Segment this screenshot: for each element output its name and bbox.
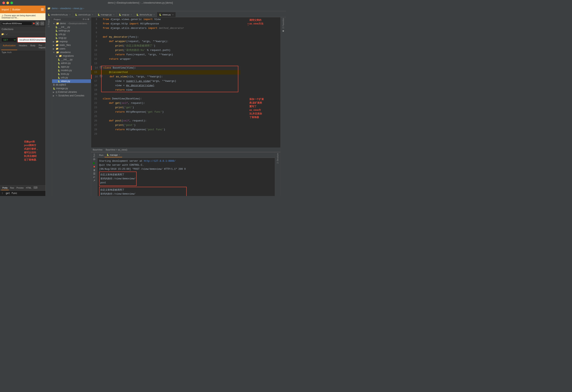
tree-reqresp[interactable]: ▶ 📁 reqresp	[52, 40, 91, 43]
tree-db[interactable]: 🗄 db.sqlite3	[52, 83, 91, 87]
method-select[interactable]: GET POST PUT DELETE	[1, 38, 17, 42]
code-line-21: 21 class DemoView(BaseView):	[91, 97, 240, 101]
run-output[interactable]: Starting development server at http://12…	[97, 158, 275, 196]
code-line-8: 8 def wrapper(request, *args, **kwargs):	[91, 39, 240, 44]
code-line-22: 22 def get(self, request):	[91, 101, 240, 105]
run-stop-icon[interactable]: ■	[93, 165, 95, 168]
tree-tests[interactable]: 🐍 tests.py	[52, 72, 91, 76]
body-tab-raw[interactable]: Raw	[9, 186, 15, 190]
request-body-area: Type Auth	[0, 50, 46, 185]
py-icon6: 🐍	[159, 14, 161, 16]
run-list-icon[interactable]: ☰	[93, 172, 95, 175]
window-controls[interactable]	[2, 2, 13, 4]
output-line-post-request: [06/Aug/2018 15:25:09] "POST /view/demov…	[99, 167, 273, 171]
tree-admin[interactable]: 🐍 admin.py	[52, 61, 91, 65]
run-play-icon[interactable]: ▶	[93, 161, 95, 164]
structure-panel: 2: Structure	[275, 152, 280, 196]
tab-manage[interactable]: 🐍 manage.py ✕	[95, 12, 117, 17]
tree-init[interactable]: 🐍 __init__.py	[52, 25, 91, 29]
tree-manage[interactable]: 🐍 manage.py	[52, 87, 91, 90]
tree-static[interactable]: ▶ 📁 static_files	[52, 43, 91, 47]
tree-users[interactable]: ▶ 📁 users	[52, 47, 91, 50]
tab-demo-urls[interactable]: 🐍 demo/urls.py ✕	[134, 12, 157, 17]
tab-close-icon6[interactable]: ✕	[172, 14, 174, 16]
code-line-16: 16 ⚫ def as_view(cls, *args, **kwargs):	[91, 75, 240, 79]
tab-close-icon[interactable]: ✕	[69, 14, 71, 16]
output-line-post: post	[100, 181, 135, 185]
tab-pre-request[interactable]: Pre-request	[37, 43, 47, 50]
tab-views-py[interactable]: 🐍 views.py ✕	[157, 12, 176, 17]
settings-icon[interactable]: ⚙	[87, 18, 89, 21]
tab-body[interactable]: Body	[29, 43, 37, 50]
tree-viewdemo[interactable]: ▼ 📁 viewdemo	[52, 50, 91, 54]
collapse-icon[interactable]: ≡	[85, 18, 87, 21]
run-arrow-icon[interactable]: ↗	[93, 179, 95, 182]
py-icon4: 🐍	[119, 14, 121, 16]
tree-root[interactable]: ▼ 📁 demo ~/Desktop/code/demo	[52, 22, 91, 25]
run-rerun-icon[interactable]: ⟳	[93, 158, 95, 161]
code-editor[interactable]: 3 from django.views.generic import View …	[91, 17, 280, 136]
more-options-button[interactable]: ···	[40, 21, 44, 25]
tab-headers[interactable]: Headers	[17, 43, 29, 50]
tab-close-icon5[interactable]: ✕	[153, 14, 155, 16]
new-folder-icon[interactable]: 📁+	[1, 33, 5, 35]
window-title: demo [~/Desktop/code/demo] - .../viewdem…	[13, 1, 268, 4]
code-line-29: 29	[91, 132, 240, 136]
body-tab-preview[interactable]: Preview	[15, 186, 25, 190]
tree-wsgi[interactable]: 🐍 wsgi.py	[52, 36, 91, 40]
tab-authorization[interactable]: Authorization	[1, 43, 17, 50]
tab-close-icon3[interactable]: ✕	[113, 14, 114, 16]
postman-warning: ⚠ Chrome apps are being deprecated. Down…	[0, 13, 46, 20]
url-input[interactable]	[1, 21, 32, 25]
folder-icon: 📁	[47, 7, 50, 10]
tree-urls[interactable]: 🐍 urls.py	[52, 33, 91, 36]
tree-scratches[interactable]: ▶ ✎ Scratches and Consoles	[52, 94, 91, 98]
code-line-3: 3 from django.views.generic import View	[91, 17, 240, 22]
code-line-27: 27 print('post')	[91, 123, 240, 128]
import-button[interactable]: Import	[2, 8, 9, 11]
run-label: Run:	[93, 153, 95, 157]
output-line-path1: 请求的路径:/view/demoview/	[100, 177, 135, 181]
import-collection-icon[interactable]: ↙	[6, 33, 8, 35]
close-button[interactable]	[2, 2, 5, 4]
sync-icon[interactable]: ⟳	[83, 18, 84, 21]
tree-ext-libs[interactable]: ▶ ||| External Libraries	[52, 90, 91, 94]
star-icon[interactable]: ★	[282, 29, 285, 33]
tab-viewdemo-urls[interactable]: 🐍 viewdemo/urls.py ✕	[46, 12, 73, 17]
tree-vd-urls[interactable]: 🐍 urls.py	[52, 76, 91, 79]
body-tab-html[interactable]: HTML	[25, 186, 33, 190]
body-tab-pretty[interactable]: Pretty	[1, 186, 9, 190]
run-pause-icon[interactable]: ⏸	[93, 168, 96, 172]
folder-icon-root: 📁	[56, 22, 59, 25]
maximize-button[interactable]	[10, 2, 13, 4]
tree-migrations[interactable]: ▶ 📁 migrations	[52, 54, 91, 58]
run-tab-manage[interactable]: 🐍 manage ✕	[105, 153, 122, 157]
output-box-2: 自定义装饰器被调用了 请求的路径:/view/demoview/ [06/Aug…	[99, 187, 187, 196]
tree-apps[interactable]: 🐍 apps.py	[52, 65, 91, 68]
postman-header: Import | Builder ⊞	[0, 6, 46, 13]
format-icon[interactable]: ⌨	[33, 186, 37, 190]
code-line-5: 5 from django.utils.decorators import me…	[91, 26, 240, 31]
editor-scroll[interactable]: 3 from django.views.generic import View …	[91, 17, 280, 147]
tab-close-icon4[interactable]: ✕	[130, 14, 132, 16]
code-line-23: 23 print('get')	[91, 105, 240, 110]
code-line-28: 28 return HttpResponse('post func')	[91, 128, 240, 132]
tree-views[interactable]: 🐍 views.py	[52, 79, 91, 83]
output-line-decorator2: 自定义装饰器被调用了	[100, 188, 186, 192]
tree-settings[interactable]: 🐍 settings.py	[52, 29, 91, 33]
ide-panel: 📁 demo › viewdemo › views.py › 🐍 viewdem…	[46, 6, 286, 196]
tree-vd-init[interactable]: 🐍 __init__.py	[52, 58, 91, 61]
add-tab-button[interactable]: +	[35, 21, 39, 25]
tab-close-icon2[interactable]: ✕	[92, 14, 93, 16]
tab-users-urls[interactable]: 🐍 users/urls.py ✕	[73, 12, 95, 17]
minimize-button[interactable]	[6, 2, 9, 4]
tab-wsgi[interactable]: 🐍 wsgi.py ✕	[117, 12, 134, 17]
run-panel: Run: ⟳ ▶ ■ ⏸ ☰ ↵ ↗ Run:	[91, 152, 280, 196]
output-box-1: 自定义装饰器被调用了 请求的路径:/view/demoview/ post	[99, 172, 137, 186]
code-line-9: 9 print('自定义装饰器被调用了')	[91, 44, 240, 48]
new-tab-icon[interactable]: ⊞	[41, 7, 44, 12]
run-wrap-icon[interactable]: ↵	[93, 176, 95, 179]
builder-button[interactable]: Builder	[12, 8, 20, 11]
run-tab-close[interactable]: ✕	[119, 154, 120, 156]
tree-models[interactable]: 🐍 models.py	[52, 68, 91, 72]
